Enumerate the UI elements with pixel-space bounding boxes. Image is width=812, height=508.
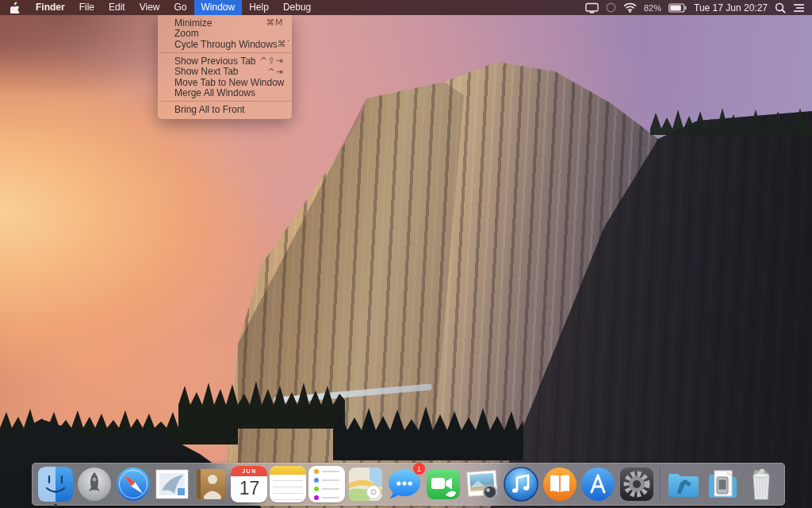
shortcut: ⌘M bbox=[266, 17, 284, 28]
itunes-icon bbox=[503, 466, 539, 502]
dock-item-reminders[interactable] bbox=[308, 466, 345, 502]
app-store-icon bbox=[580, 466, 616, 502]
notes-icon bbox=[270, 466, 306, 502]
developer-folder-icon bbox=[665, 466, 702, 502]
dock-separator bbox=[660, 467, 661, 502]
shortcut: ^⇥ bbox=[268, 67, 283, 77]
messages-badge: 1 bbox=[413, 463, 425, 475]
dock-item-ibooks[interactable] bbox=[542, 466, 578, 502]
calendar-icon: JUN 17 bbox=[231, 466, 267, 502]
contacts-icon bbox=[193, 466, 229, 502]
menu-window[interactable]: Window bbox=[194, 0, 243, 15]
menu-item-merge-all-windows[interactable]: Merge All Windows bbox=[158, 88, 292, 99]
mail-icon bbox=[154, 466, 190, 502]
dock-item-notes[interactable] bbox=[270, 466, 306, 502]
dock-item-itunes[interactable] bbox=[503, 466, 539, 502]
shortcut: ^⇧⇥ bbox=[260, 56, 283, 66]
menu-item-bring-all-to-front[interactable]: Bring All to Front bbox=[158, 104, 292, 115]
menu-item-show-next-tab[interactable]: Show Next Tab ^⇥ bbox=[158, 66, 292, 77]
dock-item-photos[interactable] bbox=[464, 466, 500, 502]
window-menu-dropdown: Minimize ⌘M Zoom Cycle Through Windows ⌘… bbox=[158, 15, 292, 119]
trash-icon bbox=[743, 466, 779, 502]
apple-icon bbox=[10, 2, 21, 13]
documents-stack-icon bbox=[704, 466, 741, 502]
launchpad-icon bbox=[76, 466, 113, 502]
menu-go[interactable]: Go bbox=[167, 0, 194, 15]
display-mirroring-icon[interactable] bbox=[585, 2, 599, 13]
dock-item-maps[interactable] bbox=[347, 466, 384, 502]
notification-center-icon[interactable] bbox=[793, 3, 805, 13]
menu-item-move-tab-to-new-window[interactable]: Move Tab to New Window bbox=[158, 77, 292, 88]
dock-item-documents-stack[interactable] bbox=[704, 466, 741, 502]
menu-item-minimize[interactable]: Minimize ⌘M bbox=[158, 17, 292, 29]
ibooks-icon bbox=[542, 466, 578, 502]
dock-item-mail[interactable] bbox=[154, 466, 190, 502]
photos-icon bbox=[464, 466, 500, 502]
dock-item-messages[interactable]: 1 bbox=[386, 466, 423, 502]
menu-view[interactable]: View bbox=[132, 0, 167, 15]
dock-item-contacts[interactable] bbox=[193, 466, 229, 502]
menu-debug[interactable]: Debug bbox=[276, 0, 318, 15]
menu-bar: Finder File Edit View Go Window Help Deb… bbox=[0, 0, 812, 15]
dock-item-launchpad[interactable] bbox=[76, 466, 113, 502]
battery-percent: 82% bbox=[644, 3, 661, 13]
menu-item-cycle-through-windows[interactable]: Cycle Through Windows ⌘` bbox=[158, 39, 292, 50]
shortcut: ⌘` bbox=[278, 39, 292, 49]
menu-help[interactable]: Help bbox=[242, 0, 276, 15]
apple-menu[interactable] bbox=[0, 0, 29, 15]
menu-separator bbox=[159, 101, 291, 102]
dock-item-finder[interactable] bbox=[37, 466, 74, 502]
menu-item-show-previous-tab[interactable]: Show Previous Tab ^⇧⇥ bbox=[158, 56, 292, 67]
menu-edit[interactable]: Edit bbox=[102, 0, 132, 15]
reminders-icon bbox=[308, 466, 345, 502]
menu-file[interactable]: File bbox=[72, 0, 102, 15]
dock-item-facetime[interactable] bbox=[425, 466, 462, 502]
menu-bar-clock[interactable]: Tue 17 Jun 20:27 bbox=[694, 2, 768, 13]
dock-item-safari[interactable] bbox=[115, 466, 151, 502]
status-circle-icon[interactable] bbox=[606, 2, 616, 13]
menu-item-zoom[interactable]: Zoom bbox=[158, 29, 292, 40]
calendar-month: JUN bbox=[231, 466, 267, 476]
safari-icon bbox=[115, 466, 151, 502]
wifi-icon[interactable] bbox=[623, 2, 637, 13]
dock: JUN 17 bbox=[32, 463, 785, 506]
running-indicator bbox=[54, 504, 57, 507]
system-preferences-icon bbox=[619, 466, 655, 502]
menu-bar-status: 82% Tue 17 Jun 20:27 bbox=[585, 0, 812, 15]
menu-finder[interactable]: Finder bbox=[29, 0, 72, 15]
dock-item-system-preferences[interactable] bbox=[619, 466, 655, 502]
finder-icon bbox=[37, 466, 74, 502]
dock-item-developer-folder[interactable] bbox=[665, 466, 702, 502]
facetime-icon bbox=[425, 466, 462, 502]
maps-icon bbox=[347, 466, 384, 502]
dock-item-calendar[interactable]: JUN 17 bbox=[231, 466, 267, 502]
menu-bar-menus: Finder File Edit View Go Window Help Deb… bbox=[0, 0, 318, 15]
menu-separator bbox=[159, 52, 291, 53]
battery-icon[interactable] bbox=[668, 3, 687, 13]
dock-item-app-store[interactable] bbox=[580, 466, 616, 502]
calendar-day: 17 bbox=[231, 476, 267, 501]
desktop: Finder File Edit View Go Window Help Deb… bbox=[0, 0, 812, 508]
spotlight-icon[interactable] bbox=[775, 2, 786, 13]
dock-item-trash[interactable] bbox=[743, 466, 779, 502]
